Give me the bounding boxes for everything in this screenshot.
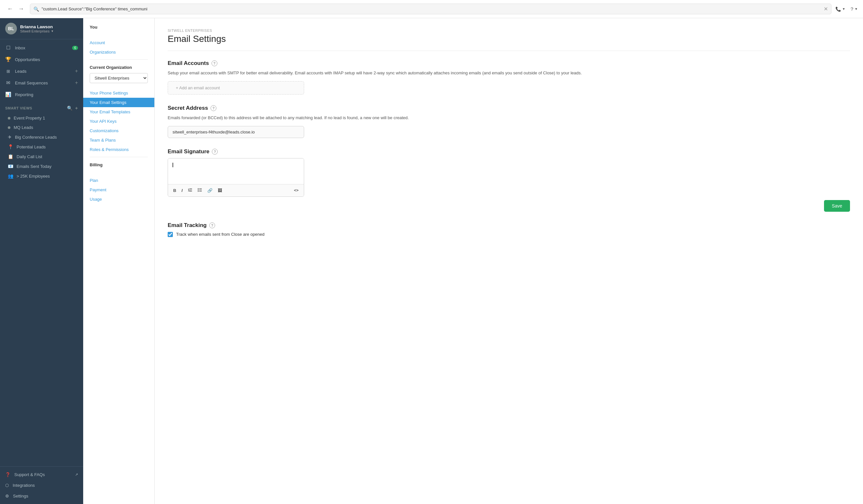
save-button[interactable]: Save xyxy=(824,200,850,212)
topbar-navigation: ← → xyxy=(5,4,26,14)
email-tracking-help-icon[interactable]: ? xyxy=(209,222,215,228)
sidebar-item-label: Inbox xyxy=(15,46,25,50)
account-link[interactable]: Account xyxy=(83,38,154,48)
sidebar-item-leads[interactable]: ⊞ Leads + xyxy=(0,65,83,77)
email-tracking-heading: Email Tracking ? xyxy=(168,222,850,229)
smart-view-daily-call-list[interactable]: 📋 Daily Call List xyxy=(0,152,83,161)
organizations-link[interactable]: Organizations xyxy=(83,48,154,57)
search-clear-icon[interactable]: ✕ xyxy=(824,6,828,12)
add-sequence-icon[interactable]: + xyxy=(75,80,78,86)
user-org: Sitwell Enterprises ▼ xyxy=(20,29,54,33)
sidebar-bottom: ❓ Support & FAQs ↗ ⬡ Integrations ⚙ Sett… xyxy=(0,466,83,504)
link-button[interactable]: 🔗 xyxy=(205,187,214,194)
search-bar: 🔍 ✕ xyxy=(30,3,831,14)
smart-view-mq-leads[interactable]: MQ Leads xyxy=(0,123,83,132)
you-section: You xyxy=(83,25,154,38)
email-accounts-help-icon[interactable]: ? xyxy=(212,61,217,66)
email-signature-title: Email Signature xyxy=(168,148,209,155)
code-button[interactable]: <> xyxy=(292,187,301,194)
smart-view-big-conference-leads[interactable]: ✈ Big Conference Leads xyxy=(0,132,83,142)
roles-permissions-link[interactable]: Roles & Permissions xyxy=(83,145,154,154)
phone-settings-link[interactable]: Your Phone Settings xyxy=(83,88,154,98)
integrations-icon: ⬡ xyxy=(5,483,9,488)
email-accounts-heading: Email Accounts ? xyxy=(168,60,850,67)
sidebar-item-settings[interactable]: ⚙ Settings xyxy=(0,491,83,501)
org-select-wrap: Current Organization Sitwell Enterprises xyxy=(83,65,154,88)
inbox-badge: 6 xyxy=(72,46,78,50)
api-keys-link[interactable]: Your API Keys xyxy=(83,117,154,126)
support-icon: ❓ xyxy=(5,472,10,477)
avatar: BL xyxy=(5,23,17,35)
current-org-label: Current Organization xyxy=(90,65,148,70)
opportunities-icon: 🏆 xyxy=(5,56,11,62)
save-button-wrap: Save xyxy=(714,200,850,212)
team-plans-link[interactable]: Team & Plans xyxy=(83,135,154,145)
cursor-indicator xyxy=(173,163,173,167)
email-tracking-section: Email Tracking ? Track when emails sent … xyxy=(168,222,850,237)
sidebar-item-label: Reporting xyxy=(15,92,33,97)
sidebar-item-inbox[interactable]: ☐ Inbox 6 xyxy=(0,42,83,54)
plane-icon: ✈ xyxy=(8,134,12,140)
italic-button[interactable]: I xyxy=(179,187,185,194)
smart-view-potential-leads[interactable]: 📍 Potential Leads xyxy=(0,142,83,152)
phone-chevron: ▼ xyxy=(842,7,846,11)
sidebar-item-reporting[interactable]: 📊 Reporting xyxy=(0,89,83,100)
secret-address-title: Secret Address xyxy=(168,105,208,112)
unordered-list-button[interactable] xyxy=(196,186,204,195)
secondary-sidebar: You Account Organizations Current Organi… xyxy=(83,18,155,504)
sidebar-item-integrations[interactable]: ⬡ Integrations xyxy=(0,480,83,491)
billing-divider xyxy=(90,157,148,157)
people-icon: 👥 xyxy=(8,173,13,179)
email-settings-link[interactable]: Your Email Settings xyxy=(83,98,154,107)
org-select[interactable]: Sitwell Enterprises xyxy=(90,73,148,83)
ordered-list-button[interactable]: 1. xyxy=(186,186,194,195)
smart-view-event-property-1[interactable]: Event Property 1 xyxy=(0,113,83,123)
email-icon: 📧 xyxy=(8,164,13,169)
image-button[interactable]: 🖼 xyxy=(216,187,224,194)
help-button[interactable]: ? ▼ xyxy=(851,6,858,12)
phone-icon: 📞 xyxy=(835,7,841,12)
phone-button[interactable]: 📞 ▼ xyxy=(835,7,846,12)
usage-link[interactable]: Usage xyxy=(83,195,154,204)
email-accounts-section: Email Accounts ? Setup your email accoun… xyxy=(168,60,850,94)
add-lead-icon[interactable]: + xyxy=(75,68,78,74)
secret-address-section: Secret Address ? Emails forwarded (or BC… xyxy=(168,105,850,138)
customizations-link[interactable]: Customizations xyxy=(83,126,154,135)
add-email-account-button[interactable]: + Add an email account xyxy=(168,81,304,94)
main-layout: BL Brianna Lawson Sitwell Enterprises ▼ … xyxy=(0,18,863,504)
bold-button[interactable]: B xyxy=(171,187,178,194)
inbox-icon: ☐ xyxy=(5,45,11,51)
secret-address-desc: Emails forwarded (or BCCed) to this addr… xyxy=(168,115,850,121)
sidebar-item-label: Leads xyxy=(15,69,26,74)
email-templates-link[interactable]: Your Email Templates xyxy=(83,107,154,117)
forward-button[interactable]: → xyxy=(16,4,26,14)
email-tracking-title: Email Tracking xyxy=(168,222,207,229)
sidebar-item-support[interactable]: ❓ Support & FAQs ↗ xyxy=(0,469,83,480)
secret-address-help-icon[interactable]: ? xyxy=(211,105,216,111)
title-divider xyxy=(168,51,850,51)
user-info: Brianna Lawson Sitwell Enterprises ▼ xyxy=(20,24,54,33)
phone-icon: 📋 xyxy=(8,154,13,159)
search-smart-views-icon[interactable]: 🔍 xyxy=(67,105,73,111)
smart-view-25k-employees[interactable]: 👥 > 25K Employees xyxy=(0,171,83,181)
topbar-right: 📞 ▼ ? ▼ xyxy=(835,6,858,12)
sidebar-item-email-sequences[interactable]: ✉ Email Sequences + xyxy=(0,77,83,89)
signature-body[interactable] xyxy=(168,158,304,184)
back-button[interactable]: ← xyxy=(5,4,15,14)
secret-address-heading: Secret Address ? xyxy=(168,105,850,112)
add-smart-view-icon[interactable]: + xyxy=(75,105,78,111)
svg-point-4 xyxy=(198,188,199,189)
tracking-checkbox[interactable] xyxy=(168,232,173,237)
user-profile[interactable]: BL Brianna Lawson Sitwell Enterprises ▼ xyxy=(0,18,83,39)
external-link-icon: ↗ xyxy=(75,473,78,477)
sidebar-item-opportunities[interactable]: 🏆 Opportunities xyxy=(0,54,83,65)
smart-view-emails-sent-today[interactable]: 📧 Emails Sent Today xyxy=(0,161,83,171)
svg-point-6 xyxy=(198,191,199,192)
payment-link[interactable]: Payment xyxy=(83,185,154,195)
plan-link[interactable]: Plan xyxy=(83,176,154,185)
smart-views-actions: 🔍 + xyxy=(67,105,78,111)
email-signature-help-icon[interactable]: ? xyxy=(212,149,218,155)
search-input[interactable] xyxy=(41,7,821,11)
svg-point-5 xyxy=(198,189,199,190)
user-name: Brianna Lawson xyxy=(20,24,54,29)
